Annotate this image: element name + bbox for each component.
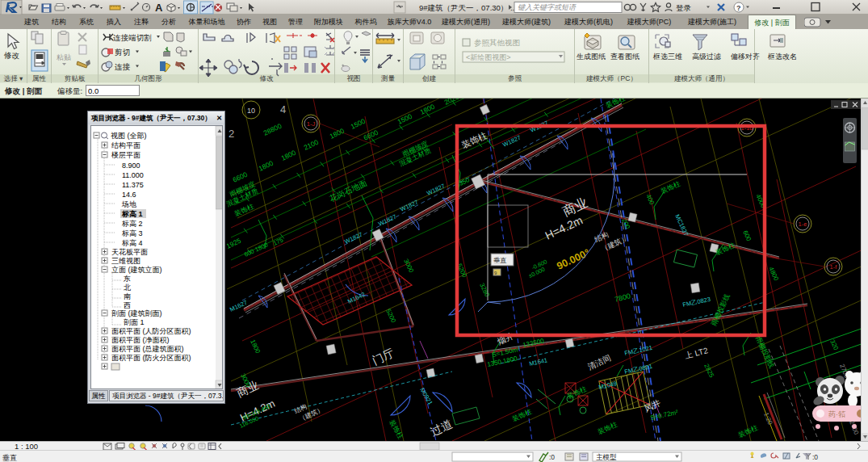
svg-text:药·筘: 药·筘 [828, 410, 845, 418]
svg-text:主模型: 主模型 [596, 453, 617, 461]
svg-text:14.6: 14.6 [122, 191, 136, 199]
svg-text:剪切: 剪切 [115, 48, 130, 57]
svg-text:查看图纸: 查看图纸 [610, 52, 639, 61]
svg-text:面积平面 (总建筑面积): 面积平面 (总建筑面积) [111, 345, 184, 353]
svg-text::0: :0 [812, 453, 818, 461]
svg-text:1-J: 1-J [307, 120, 316, 128]
svg-text:生成图纸: 生成图纸 [577, 52, 606, 61]
svg-text:A: A [155, 2, 163, 14]
svg-text:?: ? [736, 4, 741, 12]
svg-text:三维视图: 三维视图 [111, 257, 140, 265]
svg-text::0: :0 [549, 453, 555, 461]
svg-text:<新绘图视图>: <新绘图视图> [466, 53, 511, 61]
svg-text:1-f: 1-f [830, 263, 838, 271]
svg-text:框选三维: 框选三维 [652, 52, 682, 61]
svg-text:参照其他视图: 参照其他视图 [474, 38, 520, 48]
svg-text:南: 南 [124, 292, 131, 300]
svg-text:粘贴: 粘贴 [57, 53, 71, 61]
svg-text:立面 (建筑立面): 立面 (建筑立面) [111, 266, 162, 274]
svg-text:标高 2: 标高 2 [121, 220, 143, 228]
svg-text:2: 2 [229, 128, 234, 140]
svg-text:视图 (全部): 视图 (全部) [111, 132, 147, 140]
svg-text:11.375: 11.375 [122, 181, 144, 189]
svg-text:结构平面: 结构平面 [111, 141, 140, 149]
svg-text:4: 4 [280, 103, 286, 116]
svg-text:连接端切割: 连接端切割 [113, 33, 152, 42]
svg-text:标高 1: 标高 1 [121, 210, 143, 218]
svg-text:剖面 1: 剖面 1 [124, 318, 145, 326]
svg-text:框选改名: 框选改名 [767, 52, 797, 61]
svg-text:场地: 场地 [121, 200, 136, 208]
svg-text:面积平面 (净面积): 面积平面 (净面积) [111, 336, 170, 344]
svg-text:10: 10 [247, 107, 255, 115]
svg-text:北: 北 [124, 284, 131, 292]
svg-text:楼层平面: 楼层平面 [111, 151, 140, 159]
svg-text:面积平面 (人防分区面积): 面积平面 (人防分区面积) [111, 327, 191, 335]
svg-text:8.900: 8.900 [122, 162, 140, 170]
svg-text:键入关键字或短语: 键入关键字或短语 [518, 3, 577, 11]
svg-text:9#建筑（尹天一，07.30） ...: 9#建筑（尹天一，07.30） ... [419, 3, 517, 12]
svg-text:剖面 (建筑剖面): 剖面 (建筑剖面) [111, 309, 162, 317]
svg-text:东: 东 [123, 275, 131, 283]
svg-text:偏移对齐: 偏移对齐 [730, 52, 760, 61]
svg-text:高级过滤: 高级过滤 [692, 52, 721, 61]
svg-text:连接: 连接 [115, 62, 131, 71]
svg-text:标高 4: 标高 4 [121, 239, 143, 247]
svg-text:修改: 修改 [3, 51, 20, 60]
svg-text:垂直: 垂直 [493, 257, 507, 264]
svg-text:西: 西 [124, 301, 131, 309]
svg-text:标高 3: 标高 3 [121, 229, 143, 237]
svg-text:1-e: 1-e [799, 220, 807, 228]
svg-text:登录: 登录 [676, 3, 692, 12]
svg-text:面积平面 (防火分区面积): 面积平面 (防火分区面积) [111, 354, 191, 362]
svg-text:11.000: 11.000 [122, 171, 144, 179]
svg-text:天花板平面: 天花板平面 [111, 248, 148, 256]
